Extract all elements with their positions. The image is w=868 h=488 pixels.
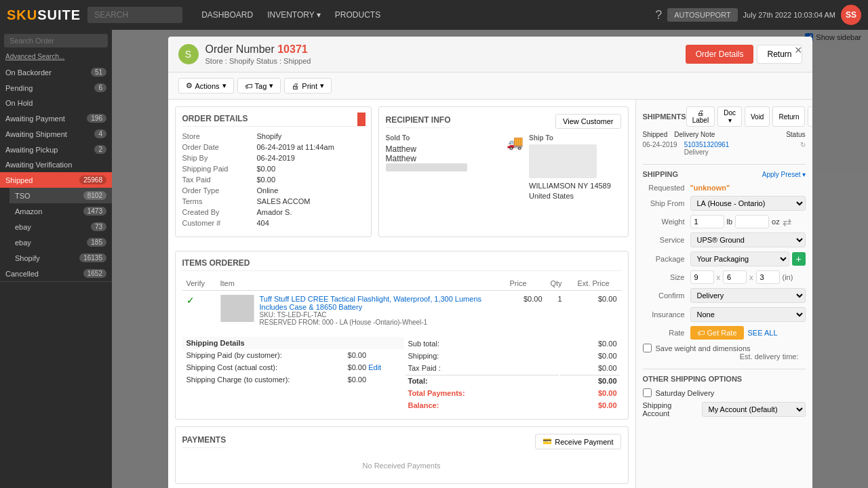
sidebar-item-ebay1[interactable]: ebay 73	[9, 219, 112, 235]
label-button[interactable]: 🖨 Label	[686, 106, 715, 127]
ship-to-col: 🚚 Ship To WILLIAMSON NY 14589 United Sta…	[507, 134, 621, 202]
size-width-input[interactable]	[723, 270, 747, 284]
insurance-row: Insurance None	[643, 307, 806, 322]
item-details: Tuff Stuff LED CREE Tactical Flashlight,…	[260, 295, 502, 326]
insurance-select[interactable]: None	[690, 307, 806, 322]
ship-from-select[interactable]: LA (House - Ontario)	[690, 196, 806, 211]
item-name[interactable]: Tuff Stuff LED CREE Tactical Flashlight,…	[260, 295, 502, 311]
shipping-charge-value: $0.00	[344, 373, 404, 386]
size-length-input[interactable]	[690, 270, 714, 284]
confirm-select[interactable]: Delivery	[690, 288, 806, 303]
sidebar-item-ebay2[interactable]: ebay 185	[9, 235, 112, 250]
help-icon[interactable]: ?	[655, 8, 662, 22]
detail-shipping-paid: Shipping Paid $0.00	[182, 165, 364, 173]
sidebar-item-awaiting-payment[interactable]: Awaiting Payment 196	[0, 110, 112, 126]
actions-label: Actions	[195, 82, 220, 90]
size-height-input[interactable]	[756, 270, 780, 284]
shopify-icon: S	[178, 44, 199, 64]
sidebar-item-tso[interactable]: TSO 8102	[9, 188, 112, 203]
nav-inventory[interactable]: INVENTORY ▾	[262, 8, 326, 22]
item-qty-cell: 1	[547, 291, 574, 331]
package-select[interactable]: Your Packaging	[690, 251, 789, 266]
package-label: Package	[643, 255, 690, 263]
tab-order-details[interactable]: Order Details	[686, 45, 754, 64]
shipment-date: 06-24-2019	[643, 141, 677, 148]
weight-lb-input[interactable]	[690, 215, 724, 228]
top-bar: SKUSUITE DASHBOARD INVENTORY ▾ PRODUCTS …	[0, 0, 868, 30]
resend-button[interactable]: Resend	[808, 106, 812, 127]
sidebar-label-shipped: Shipped	[5, 176, 33, 184]
service-select[interactable]: UPS® Ground	[690, 232, 806, 247]
saturday-delivery-checkbox[interactable]	[643, 388, 652, 397]
edit-shipping-cost-link[interactable]: Edit	[368, 363, 381, 371]
view-customer-button[interactable]: View Customer	[555, 114, 620, 129]
sidebar-item-awaiting-shipment[interactable]: Awaiting Shipment 4	[0, 126, 112, 142]
sidebar-item-pending[interactable]: Pending 6	[0, 80, 112, 96]
shipments-title: SHIPMENTS	[643, 113, 686, 121]
sidebar-item-shipped[interactable]: Shipped 25968	[0, 172, 112, 188]
weight-oz-input[interactable]	[735, 215, 769, 228]
item-ext-price-cell: $0.00	[574, 291, 621, 331]
detail-created-by-label: Created By	[182, 208, 257, 216]
detail-store-value: Shopify	[257, 132, 282, 140]
detail-shipping-paid-value: $0.00	[257, 165, 276, 173]
close-button[interactable]: ×	[795, 43, 802, 58]
payments-header: PAYMENTS 💳 Receive Payment	[182, 434, 621, 449]
save-weight-checkbox[interactable]	[643, 344, 652, 352]
global-search-input[interactable]	[87, 7, 182, 23]
swap-icon[interactable]: ⇄	[783, 216, 791, 228]
sidebar-count-shipped: 25968	[79, 176, 106, 184]
shipping-details-header: Shipping Details	[182, 337, 344, 349]
get-rate-button[interactable]: 🏷 Get Rate	[690, 326, 744, 340]
print-small-icon: 🖨	[697, 109, 704, 117]
subtotal-label: Sub total:	[406, 338, 559, 349]
sidebar-item-awaiting-pickup[interactable]: Awaiting Pickup 2	[0, 142, 112, 157]
status-refresh-icon[interactable]: ↻	[800, 141, 806, 148]
actions-button[interactable]: ⚙ Actions ▾	[178, 78, 234, 94]
add-package-icon[interactable]: +	[792, 252, 806, 266]
detail-order-type-label: Order Type	[182, 186, 257, 195]
sold-to-label: Sold To	[386, 134, 500, 142]
lb-unit-label: lb	[727, 218, 733, 226]
payments-section: PAYMENTS 💳 Receive Payment No Received P…	[175, 426, 629, 484]
sidebar-item-awaiting-verification[interactable]: Awaiting Verification	[0, 157, 112, 172]
doc-button[interactable]: Doc ▾	[717, 106, 742, 127]
shipping-account-select[interactable]: My Account (Default)	[702, 402, 806, 417]
void-button[interactable]: Void	[745, 106, 770, 127]
store-value: Shopify	[229, 57, 254, 65]
nav-dashboard[interactable]: DASHBOARD	[196, 8, 258, 22]
detail-tax-paid-value: $0.00	[257, 176, 276, 184]
saturday-delivery-label: Saturday Delivery	[656, 389, 715, 397]
service-label: Service	[643, 236, 690, 244]
shipping-total-label: Shipping:	[406, 350, 559, 361]
tracking-number[interactable]: 510351320961	[684, 141, 730, 148]
ship-to-address: Ship To WILLIAMSON NY 14589 United State…	[529, 134, 611, 202]
see-all-button[interactable]: SEE ALL	[748, 329, 778, 337]
sidebar-item-on-backorder[interactable]: On Backorder 51	[0, 64, 112, 80]
user-avatar[interactable]: SS	[841, 5, 861, 25]
verify-cell: ✓	[182, 291, 216, 331]
shipping-panel: SHIPPING Apply Preset ▾ Requested "unkno…	[643, 170, 806, 361]
receive-payment-button[interactable]: 💳 Receive Payment	[535, 434, 620, 449]
sidebar-item-shopify[interactable]: Shopify 16135	[9, 250, 112, 266]
nav-products[interactable]: PRODUCTS	[330, 8, 386, 22]
detail-terms-value: SALES ACCOM	[257, 197, 311, 205]
support-button[interactable]: AUTOSUPPORT	[667, 8, 737, 22]
recipient-header: RECIPIENT INFO View Customer	[386, 114, 621, 129]
apply-preset-button[interactable]: Apply Preset ▾	[762, 171, 806, 178]
tag-button[interactable]: 🏷 Tag ▾	[237, 78, 281, 94]
sidebar-count-awaiting-pickup: 2	[94, 145, 106, 154]
return-shipment-button[interactable]: Return	[772, 106, 805, 127]
sidebar-item-cancelled[interactable]: Cancelled 1652	[0, 266, 112, 281]
modal-header: S Order Number 10371 Store : Shopify Sta…	[168, 37, 812, 73]
advanced-search-link[interactable]: Advanced Search...	[0, 52, 112, 64]
order-search-input[interactable]	[4, 34, 108, 47]
shipping-panel-title: SHIPPING	[643, 170, 679, 178]
sidebar-item-amazon[interactable]: Amazon 1473	[9, 203, 112, 219]
print-chevron-icon: ▾	[320, 81, 324, 90]
sidebar-count-tso: 8102	[83, 191, 106, 200]
size-inputs: x x (in)	[690, 270, 793, 284]
tag-icon2: 🏷	[697, 329, 705, 337]
print-button[interactable]: 🖨 Print ▾	[284, 78, 332, 94]
sidebar-item-on-hold[interactable]: On Hold	[0, 96, 112, 110]
